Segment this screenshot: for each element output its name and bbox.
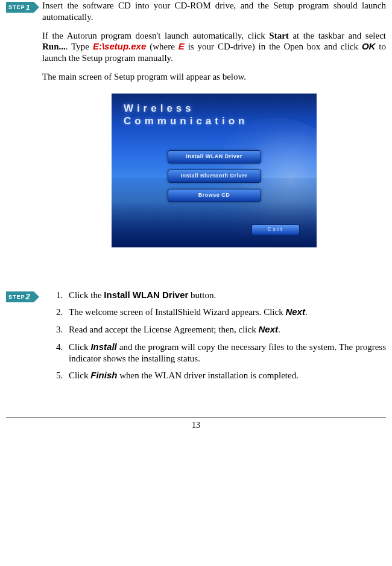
step-number: 1 bbox=[26, 3, 31, 12]
step-prefix: STEP bbox=[8, 4, 25, 10]
next-label: Next bbox=[285, 307, 305, 317]
step1-tag: STEP 1 bbox=[6, 2, 34, 13]
installer-screenshot: Wireless Communication Install WLAN Driv… bbox=[112, 94, 317, 247]
page: STEP 1 Insert the software CD into your … bbox=[0, 0, 392, 387]
step-number: 2 bbox=[26, 292, 31, 301]
step1-content: Insert the software CD into your CD-ROM … bbox=[42, 0, 386, 247]
install-bluetooth-button[interactable]: Install Bluetooth Driver bbox=[168, 170, 261, 183]
installer-buttons: Install WLAN Driver Install Bluetooth Dr… bbox=[168, 150, 261, 202]
finish-label: Finish bbox=[90, 370, 117, 380]
list-item: Click Finish when the WLAN driver instal… bbox=[65, 370, 386, 381]
setup-command: E:\setup.exe bbox=[93, 41, 146, 51]
installer-title: Wireless Communication bbox=[112, 94, 317, 128]
step1-p3: The main screen of Setup program will ap… bbox=[42, 71, 386, 83]
install-wlan-button[interactable]: Install WLAN Driver bbox=[168, 150, 261, 164]
list-item: The welcome screen of InstallShield Wiza… bbox=[65, 307, 386, 318]
step1-p1: Insert the software CD into your CD-ROM … bbox=[42, 0, 386, 23]
install-wlan-label: Install WLAN Driver bbox=[104, 290, 188, 300]
step1-p2: If the Autorun program doesn't launch au… bbox=[42, 30, 386, 64]
step2-list: Click the Install WLAN Driver button. Th… bbox=[42, 290, 386, 388]
browse-cd-button[interactable]: Browse CD bbox=[168, 189, 261, 202]
next-label: Next bbox=[258, 324, 278, 334]
list-item: Read and accept the License Agreement; t… bbox=[65, 324, 386, 335]
ok-label: OK bbox=[362, 41, 376, 51]
page-footer: 13 bbox=[6, 418, 386, 430]
step2-tag: STEP 2 bbox=[6, 291, 34, 302]
step1-block: STEP 1 Insert the software CD into your … bbox=[6, 0, 386, 247]
exit-button[interactable]: Exit bbox=[251, 224, 300, 235]
step-prefix: STEP bbox=[8, 294, 25, 300]
step2-block: STEP 2 Click the Install WLAN Driver but… bbox=[6, 290, 386, 388]
list-item: Click the Install WLAN Driver button. bbox=[65, 290, 386, 301]
drive-letter: E bbox=[179, 41, 185, 51]
install-label: Install bbox=[90, 342, 116, 352]
page-number: 13 bbox=[192, 421, 200, 430]
list-item: Click Install and the program will copy … bbox=[65, 342, 386, 364]
